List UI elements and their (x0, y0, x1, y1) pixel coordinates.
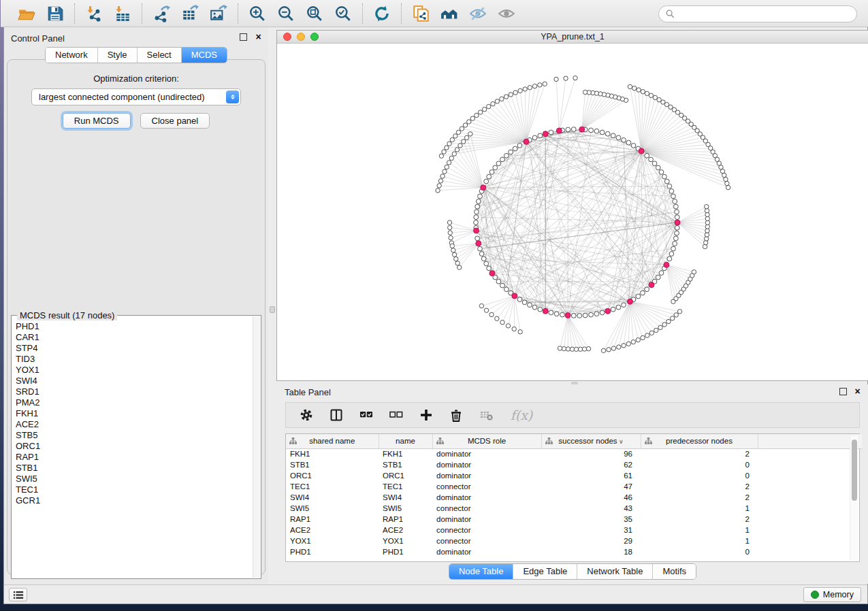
ring-node[interactable] (583, 313, 588, 318)
table-cell[interactable]: FKH1 (286, 448, 379, 459)
zoom-in-button[interactable] (243, 3, 272, 24)
table-cell[interactable]: 43 (541, 503, 641, 514)
zoom-out-button[interactable] (272, 3, 300, 24)
ring-node[interactable] (474, 215, 479, 220)
ring-node[interactable] (484, 261, 489, 266)
leaf-node[interactable] (449, 156, 453, 160)
ring-node[interactable] (645, 287, 649, 292)
panel-menu-button[interactable] (9, 588, 27, 601)
mcds-hub-node[interactable] (543, 131, 548, 137)
leaf-node[interactable] (450, 137, 454, 142)
leaf-node[interactable] (611, 346, 615, 350)
leaf-node[interactable] (438, 179, 443, 183)
leaf-node[interactable] (722, 173, 726, 177)
ring-node[interactable] (600, 310, 605, 315)
leaf-node[interactable] (674, 313, 678, 317)
leaf-node[interactable] (653, 95, 657, 99)
ring-node[interactable] (675, 210, 679, 214)
first-neighbors-button[interactable] (435, 3, 464, 24)
table-cell[interactable]: ACE2 (286, 525, 379, 535)
add-column-button[interactable] (418, 407, 434, 423)
tab-style[interactable]: Style (97, 48, 137, 63)
leaf-node[interactable] (478, 110, 482, 114)
ring-node[interactable] (669, 189, 674, 194)
network-titlebar[interactable]: YPA_prune.txt_1 (277, 31, 868, 44)
leaf-node[interactable] (637, 88, 641, 92)
leaf-node[interactable] (636, 337, 640, 342)
table-cell[interactable]: 1 (641, 503, 758, 514)
ring-node[interactable] (484, 179, 489, 184)
deselect-all-button[interactable] (388, 407, 404, 423)
table-cell[interactable]: 47 (541, 481, 641, 492)
leaf-node[interactable] (705, 216, 709, 220)
leaf-node[interactable] (528, 85, 532, 89)
table-cell[interactable]: dominator (432, 448, 541, 459)
table-cell[interactable]: connector (432, 503, 541, 514)
leaf-node[interactable] (631, 340, 635, 344)
ring-node[interactable] (652, 161, 657, 166)
mcds-result-item[interactable]: CAR1 (16, 332, 253, 343)
leaf-node[interactable] (453, 134, 457, 138)
leaf-node[interactable] (504, 95, 508, 99)
leaf-node[interactable] (467, 120, 471, 124)
leaf-node[interactable] (495, 99, 499, 103)
leaf-node[interactable] (451, 248, 455, 252)
mcds-hub-node[interactable] (524, 139, 529, 144)
table-cell[interactable]: YOX1 (379, 535, 432, 546)
leaf-node[interactable] (670, 316, 674, 320)
leaf-node[interactable] (482, 107, 486, 111)
ring-node[interactable] (649, 157, 654, 162)
ring-node[interactable] (475, 204, 480, 209)
ring-node[interactable] (496, 279, 501, 284)
column-header-shared-name[interactable]: shared name (286, 434, 379, 448)
leaf-node[interactable] (666, 319, 671, 323)
leaf-node[interactable] (705, 220, 709, 225)
mcds-result-list[interactable]: PHD1CAR1STP4TID3YOX1SWI4SRD1PMA2FKH1ACE2… (16, 321, 253, 577)
mcds-result-item[interactable]: SRD1 (16, 386, 253, 397)
ring-node[interactable] (566, 127, 570, 132)
table-cell[interactable]: 31 (541, 525, 641, 535)
leaf-node[interactable] (437, 184, 441, 188)
ring-node[interactable] (560, 312, 565, 317)
tab-mcds[interactable]: MCDS (181, 48, 227, 63)
mcds-result-item[interactable]: ORC1 (16, 441, 253, 452)
table-cell[interactable]: 2 (641, 448, 758, 459)
close-panel-button[interactable]: Close panel (140, 113, 210, 129)
leaf-node[interactable] (447, 142, 451, 146)
table-cell[interactable]: 62 (541, 459, 641, 470)
network-graph[interactable] (277, 44, 868, 380)
ring-node[interactable] (667, 257, 672, 261)
leaf-node[interactable] (454, 257, 458, 261)
leaf-node[interactable] (703, 244, 707, 248)
table-cell[interactable]: connector (432, 525, 541, 535)
ring-node[interactable] (673, 236, 678, 241)
mcds-result-item[interactable]: YOX1 (16, 365, 253, 376)
leaf-node[interactable] (705, 233, 709, 237)
leaf-node[interactable] (705, 205, 709, 209)
table-cell[interactable]: STB1 (286, 459, 379, 470)
ring-node[interactable] (589, 128, 594, 133)
ring-node[interactable] (493, 165, 498, 170)
search-input[interactable] (679, 10, 850, 19)
leaf-node[interactable] (705, 225, 709, 229)
leaf-node[interactable] (574, 347, 578, 351)
table-row[interactable]: RAP1RAP1dominator352 (286, 514, 862, 525)
leaf-node[interactable] (457, 265, 462, 269)
ring-node[interactable] (669, 252, 674, 257)
splitter-handle[interactable] (270, 306, 275, 313)
ring-node[interactable] (522, 300, 527, 305)
ring-node[interactable] (659, 170, 664, 175)
leaf-node[interactable] (632, 86, 637, 90)
table-cell[interactable]: 2 (641, 481, 758, 492)
mcds-result-item[interactable]: PMA2 (16, 397, 253, 408)
leaf-node[interactable] (448, 231, 452, 235)
ring-node[interactable] (605, 131, 610, 136)
table-cell[interactable]: dominator (432, 470, 541, 481)
table-row[interactable]: ORC1ORC1dominator610 (286, 470, 862, 481)
mcds-hub-node[interactable] (489, 271, 495, 276)
table-row[interactable]: TEC1TEC1connector472 (286, 481, 862, 492)
zoom-fit-button[interactable] (300, 3, 329, 24)
table-cell[interactable]: ORC1 (379, 470, 432, 481)
table-row[interactable]: ACE2ACE2connector311 (286, 525, 862, 535)
ring-node[interactable] (496, 161, 501, 166)
